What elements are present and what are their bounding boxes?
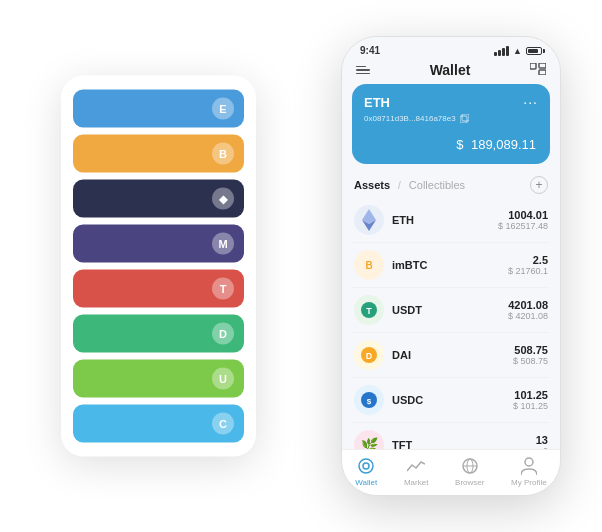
svg-text:B: B xyxy=(365,260,372,271)
tft-asset-icon: 🌿 xyxy=(354,430,384,449)
svg-text:$: $ xyxy=(367,397,372,406)
menu-line xyxy=(356,69,370,71)
nav-browser[interactable]: Browser xyxy=(455,456,484,487)
add-asset-button[interactable]: + xyxy=(530,176,548,194)
asset-amount: 2.5 xyxy=(508,254,548,266)
svg-point-16 xyxy=(363,463,369,469)
card-item[interactable]: ◆ xyxy=(73,180,244,218)
card-coin-icon: E xyxy=(212,98,234,120)
menu-line xyxy=(356,73,370,75)
asset-amount: 1004.01 xyxy=(498,209,548,221)
card-coin-icon: M xyxy=(212,233,234,255)
card-item[interactable]: T xyxy=(73,270,244,308)
svg-rect-2 xyxy=(539,70,546,75)
asset-symbol: USDT xyxy=(392,304,508,316)
asset-symbol: TFT xyxy=(392,439,536,449)
phone: 9:41 ▲ Wallet xyxy=(341,36,561,496)
card-item[interactable]: M xyxy=(73,225,244,263)
profile-nav-icon xyxy=(519,456,539,476)
asset-usd: $ 101.25 xyxy=(513,401,548,411)
signal-bar xyxy=(494,52,497,56)
card-item[interactable]: C xyxy=(73,405,244,443)
copy-icon xyxy=(460,114,469,123)
wifi-icon: ▲ xyxy=(513,46,522,56)
signal-bar xyxy=(506,46,509,56)
scene: E B ◆ M T D U C 9:41 xyxy=(11,11,591,521)
svg-rect-0 xyxy=(530,63,536,69)
asset-row-usdt[interactable]: T USDT 4201.08 $ 4201.08 xyxy=(352,288,550,333)
asset-row-eth[interactable]: ETH 1004.01 $ 162517.48 xyxy=(352,198,550,243)
asset-amount: 508.75 xyxy=(513,344,548,356)
expand-button[interactable] xyxy=(530,62,546,78)
nav-market[interactable]: Market xyxy=(404,456,428,487)
asset-symbol: imBTC xyxy=(392,259,508,271)
asset-amount: 13 xyxy=(536,434,548,446)
expand-icon xyxy=(530,63,546,75)
card-coin-icon: T xyxy=(212,278,234,300)
svg-point-15 xyxy=(359,459,373,473)
asset-amount: 101.25 xyxy=(513,389,548,401)
card-item[interactable]: B xyxy=(73,135,244,173)
battery-fill xyxy=(528,49,538,53)
asset-symbol: USDC xyxy=(392,394,513,406)
nav-wallet-label: Wallet xyxy=(355,478,377,487)
asset-amount: 4201.08 xyxy=(508,299,548,311)
status-icons: ▲ xyxy=(494,46,542,56)
svg-text:T: T xyxy=(366,306,372,316)
usdt-asset-icon: T xyxy=(354,295,384,325)
eth-card-header: ETH ··· xyxy=(364,94,538,110)
imbtc-asset-icon: B xyxy=(354,250,384,280)
asset-usd: $ 162517.48 xyxy=(498,221,548,231)
tab-assets[interactable]: Assets xyxy=(354,179,390,191)
asset-row-usdc[interactable]: $ USDC 101.25 $ 101.25 xyxy=(352,378,550,423)
card-coin-icon: D xyxy=(212,323,234,345)
asset-usd: $ 508.75 xyxy=(513,356,548,366)
eth-card-options[interactable]: ··· xyxy=(523,94,538,110)
asset-amounts: 101.25 $ 101.25 xyxy=(513,389,548,411)
card-item[interactable]: E xyxy=(73,90,244,128)
menu-line xyxy=(356,66,366,68)
tab-collectibles[interactable]: Collectibles xyxy=(409,179,465,191)
asset-amounts: 508.75 $ 508.75 xyxy=(513,344,548,366)
asset-symbol: DAI xyxy=(392,349,513,361)
usdc-asset-icon: $ xyxy=(354,385,384,415)
nav-browser-label: Browser xyxy=(455,478,484,487)
asset-row-imbtc[interactable]: B imBTC 2.5 $ 21760.1 xyxy=(352,243,550,288)
nav-profile[interactable]: My Profile xyxy=(511,456,547,487)
dai-icon-svg: D xyxy=(360,346,378,364)
browser-nav-icon xyxy=(460,456,480,476)
svg-point-20 xyxy=(525,458,533,466)
asset-amounts: 1004.01 $ 162517.48 xyxy=(498,209,548,231)
battery-icon xyxy=(526,47,542,55)
imbtc-icon-svg: B xyxy=(361,257,377,273)
card-stack: E B ◆ M T D U C xyxy=(61,76,256,457)
assets-tabs: Assets / Collectibles xyxy=(354,179,465,191)
asset-usd: $ 21760.1 xyxy=(508,266,548,276)
asset-amounts: 2.5 $ 21760.1 xyxy=(508,254,548,276)
svg-text:D: D xyxy=(366,351,373,361)
card-item[interactable]: D xyxy=(73,315,244,353)
eth-asset-icon xyxy=(354,205,384,235)
eth-card-address: 0x08711d3B...8416a78e3 xyxy=(364,114,538,123)
asset-row-dai[interactable]: D DAI 508.75 $ 508.75 xyxy=(352,333,550,378)
eth-card-symbol: ETH xyxy=(364,95,390,110)
page-title: Wallet xyxy=(430,62,471,78)
menu-button[interactable] xyxy=(356,66,370,75)
nav-profile-label: My Profile xyxy=(511,478,547,487)
eth-main-card[interactable]: ETH ··· 0x08711d3B...8416a78e3 $ 189,089… xyxy=(352,84,550,164)
bottom-nav: Wallet Market Browser xyxy=(342,449,560,495)
asset-amounts: 13 0 xyxy=(536,434,548,449)
card-item[interactable]: U xyxy=(73,360,244,398)
usdt-icon-svg: T xyxy=(360,301,378,319)
wallet-nav-icon xyxy=(356,456,376,476)
svg-rect-3 xyxy=(460,116,467,123)
nav-wallet[interactable]: Wallet xyxy=(355,456,377,487)
card-coin-icon: ◆ xyxy=(212,188,234,210)
asset-list: ETH 1004.01 $ 162517.48 B imBTC 2.5 $ 21… xyxy=(342,198,560,449)
card-coin-icon: U xyxy=(212,368,234,390)
signal-icon xyxy=(494,46,509,56)
dai-asset-icon: D xyxy=(354,340,384,370)
svg-rect-1 xyxy=(539,63,546,68)
time-display: 9:41 xyxy=(360,45,380,56)
asset-row-tft[interactable]: 🌿 TFT 13 0 xyxy=(352,423,550,449)
